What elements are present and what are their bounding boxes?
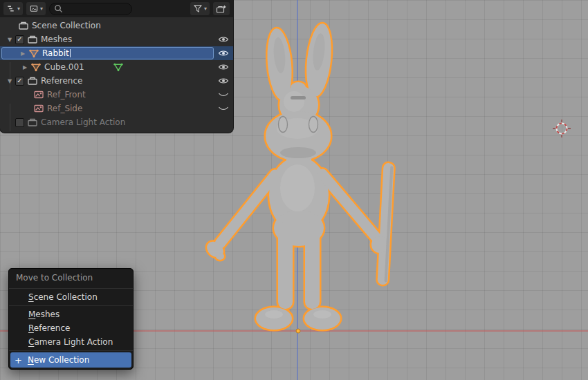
check-icon: ✓	[17, 36, 22, 43]
rename-input-text: Rabbit	[42, 48, 69, 58]
visibility-eye-icon[interactable]	[218, 35, 229, 44]
chevron-down-icon: ▾	[40, 6, 43, 12]
menu-item-reference[interactable]: Reference	[9, 321, 133, 335]
search-input[interactable]	[66, 4, 127, 13]
outliner-row-camera-light-action[interactable]: Camera Light Action	[0, 115, 233, 129]
outliner-row-ref-side[interactable]: Ref_Side	[0, 102, 233, 115]
3d-cursor[interactable]	[553, 120, 571, 137]
add-collection-icon	[216, 4, 227, 14]
menu-item-new-collection[interactable]: + New Collection	[10, 352, 131, 368]
mesh-object-icon	[28, 48, 39, 58]
outliner-row-meshes[interactable]: ▼ ✓ Meshes	[0, 32, 233, 46]
row-label: Scene Collection	[32, 21, 101, 30]
outliner-panel: ▾ ▾ ▾	[0, 0, 233, 133]
visibility-eye-icon[interactable]	[218, 49, 229, 57]
collection-icon	[27, 76, 38, 86]
outliner-editor-icon	[6, 4, 16, 13]
view-layer-icon	[29, 4, 39, 13]
row-label: Camera Light Action	[41, 117, 125, 127]
menu-title: Move to Collection	[9, 269, 133, 287]
row-label: Reference	[41, 76, 82, 86]
collection-checkbox-unchecked[interactable]	[15, 118, 24, 127]
menu-separator	[9, 288, 133, 289]
chevron-down-icon: ▾	[17, 6, 20, 12]
outliner-search[interactable]	[49, 3, 132, 15]
outliner-row-ref-front[interactable]: Ref_Front	[0, 88, 233, 102]
mesh-data-icon	[113, 62, 124, 72]
plus-icon: +	[15, 356, 22, 365]
mesh-object-icon	[30, 62, 42, 72]
outliner-row-rabbit[interactable]: ▶ Rabbit	[0, 46, 233, 60]
disclosure-triangle-icon[interactable]: ▶	[19, 64, 30, 70]
menu-separator	[9, 305, 133, 306]
search-icon	[54, 4, 63, 13]
menu-separator	[9, 350, 133, 351]
outliner-row-scene-collection[interactable]: Scene Collection	[0, 19, 233, 32]
display-mode-button[interactable]: ▾	[26, 2, 46, 15]
rabbit-rename-field[interactable]: ▶ Rabbit	[1, 47, 214, 59]
filter-button[interactable]: ▾	[190, 2, 210, 15]
disclosure-triangle-icon[interactable]: ▼	[4, 37, 15, 43]
menu-item-meshes[interactable]: Meshes	[9, 307, 133, 321]
collection-checkbox[interactable]: ✓	[15, 77, 24, 86]
collection-icon	[18, 21, 29, 30]
visibility-eye-icon[interactable]	[218, 77, 229, 85]
disclosure-triangle-icon[interactable]: ▶	[17, 50, 28, 57]
row-label: Ref_Front	[47, 90, 86, 99]
outliner-tree: Scene Collection ▼ ✓ Meshes ▶	[0, 17, 233, 129]
chevron-down-icon: ▾	[204, 6, 207, 12]
outliner-row-cube-001[interactable]: ▶ Cube.001	[0, 60, 233, 74]
collection-checkbox[interactable]: ✓	[15, 35, 24, 44]
image-icon	[33, 90, 44, 99]
check-icon: ✓	[17, 77, 22, 84]
text-caret	[70, 49, 71, 57]
image-icon	[33, 104, 44, 113]
outliner-header: ▾ ▾ ▾	[0, 0, 233, 17]
visibility-eye-closed-icon[interactable]	[218, 91, 229, 98]
menu-item-scene-collection[interactable]: Scene Collection	[9, 290, 133, 304]
visibility-eye-icon[interactable]	[218, 63, 229, 71]
row-label: Cube.001	[44, 62, 84, 72]
outliner-row-reference[interactable]: ▼ ✓ Reference	[0, 74, 233, 88]
row-label: Meshes	[41, 35, 72, 44]
menu-item-label: New Collection	[28, 352, 89, 368]
collection-icon	[27, 117, 38, 127]
new-collection-button[interactable]	[213, 2, 230, 15]
object-origin-dot	[296, 329, 300, 333]
move-to-collection-menu: Move to Collection Scene Collection Mesh…	[8, 268, 134, 370]
menu-item-camera-light-action[interactable]: Camera Light Action	[9, 335, 133, 349]
editor-type-button[interactable]: ▾	[3, 2, 23, 15]
row-label: Ref_Side	[47, 104, 82, 113]
filter-funnel-icon	[193, 4, 203, 13]
collection-icon	[27, 35, 38, 44]
disclosure-triangle-icon[interactable]: ▼	[4, 78, 15, 84]
visibility-eye-closed-icon[interactable]	[218, 105, 229, 112]
